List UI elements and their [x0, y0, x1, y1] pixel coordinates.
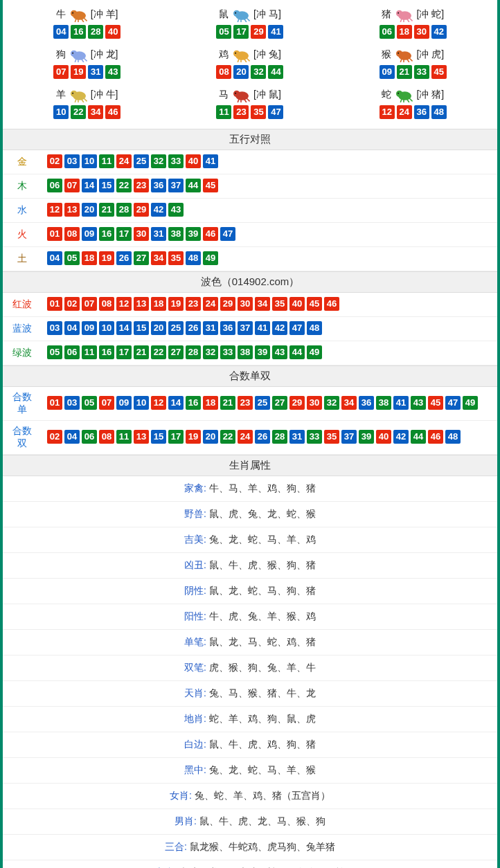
number-ball: 10 — [134, 396, 149, 410]
attr-row: 地肖:蛇、羊、鸡、狗、鼠、虎 — [3, 707, 497, 732]
svg-point-4 — [233, 10, 240, 17]
number-ball: 28 — [116, 203, 132, 217]
attr-value: 蛇、羊、鸡、狗、鼠、虎 — [209, 713, 316, 724]
attr-row: 六合:鼠牛、龙鸡、虎猪、蛇猴、兔狗、马羊 — [3, 860, 497, 868]
number-ball: 37 — [238, 321, 253, 335]
number-ball: 36 — [414, 105, 429, 119]
number-ball: 42 — [393, 430, 409, 444]
number-ball: 34 — [88, 105, 103, 119]
number-ball: 29 — [220, 297, 235, 311]
number-ball: 22 — [220, 430, 235, 444]
attr-row: 双笔:虎、猴、狗、兔、羊、牛 — [3, 655, 497, 681]
row-label: 火 — [3, 223, 42, 247]
zodiac-name: 猪 — [382, 8, 391, 21]
number-ball: 45 — [203, 179, 218, 192]
number-ball: 01 — [47, 396, 62, 410]
svg-point-25 — [396, 91, 402, 97]
number-ball: 05 — [216, 25, 231, 39]
number-ball: 07 — [82, 297, 97, 311]
row-balls: 0204060811131517192022242628313335373940… — [42, 421, 497, 455]
number-ball: 03 — [47, 321, 62, 335]
number-ball: 19 — [168, 297, 184, 311]
number-ball: 47 — [268, 105, 283, 119]
number-ball: 10 — [82, 154, 97, 168]
number-ball: 32 — [251, 65, 266, 79]
number-ball: 31 — [289, 430, 305, 444]
row-balls: 0102070812131819232429303435404546 — [42, 293, 497, 317]
number-ball: 44 — [186, 179, 201, 192]
number-ball: 46 — [203, 227, 218, 241]
number-ball: 04 — [64, 430, 80, 444]
number-ball: 27 — [168, 345, 184, 359]
zodiac-name: 狗 — [56, 48, 66, 61]
attr-row: 吉美:兔、龙、蛇、马、羊、鸡 — [3, 527, 497, 553]
row-balls: 05061116172122272832333839434449 — [42, 341, 497, 365]
number-ball: 30 — [414, 25, 429, 39]
number-ball: 14 — [168, 396, 184, 410]
number-ball: 37 — [341, 430, 357, 444]
attr-value: 鼠、虎、兔、龙、蛇、猴 — [209, 508, 316, 519]
number-ball: 43 — [411, 396, 426, 410]
attr-label: 凶丑: — [184, 559, 206, 570]
number-ball: 04 — [47, 251, 62, 265]
number-ball: 28 — [88, 25, 103, 39]
number-ball: 08 — [64, 227, 80, 241]
number-ball: 29 — [289, 396, 305, 410]
zodiac-cell: 鼠 [冲 马] 05172941 — [168, 4, 331, 44]
number-ball: 20 — [203, 430, 218, 444]
attr-row: 天肖:兔、马、猴、猪、牛、龙 — [3, 681, 497, 707]
zodiac-name: 牛 — [56, 8, 66, 21]
table-row: 土 04051819262734354849 — [3, 247, 497, 271]
attr-row: 单笔:鼠、龙、马、蛇、鸡、猪 — [3, 630, 497, 655]
number-ball: 27 — [134, 251, 149, 265]
number-ball: 10 — [99, 321, 114, 335]
number-ball: 27 — [272, 396, 287, 410]
attr-value: 鼠、牛、虎、龙、马、猴、狗 — [199, 815, 325, 826]
attr-label: 黑中: — [184, 764, 206, 775]
number-ball: 21 — [99, 203, 114, 217]
number-ball: 22 — [71, 105, 86, 119]
number-ball: 16 — [99, 345, 114, 359]
number-ball: 44 — [411, 430, 426, 444]
attr-value: 鼠、龙、马、蛇、鸡、猪 — [209, 636, 316, 647]
section-header-heshu: 合数单双 — [3, 365, 497, 387]
number-ball: 33 — [307, 430, 322, 444]
number-ball: 11 — [216, 105, 231, 119]
number-ball: 41 — [268, 25, 283, 39]
number-ball: 31 — [203, 321, 218, 335]
number-ball: 36 — [151, 179, 166, 192]
number-ball: 44 — [289, 345, 305, 359]
number-ball: 06 — [380, 25, 395, 39]
attr-label: 家禽: — [184, 482, 206, 494]
number-ball: 19 — [71, 65, 86, 79]
number-ball: 22 — [151, 345, 166, 359]
zodiac-balls: 09213345 — [332, 65, 494, 79]
svg-point-16 — [396, 51, 402, 57]
number-ball: 09 — [82, 321, 97, 335]
attr-label: 吉美: — [184, 534, 206, 545]
zodiac-name: 猴 — [382, 48, 391, 61]
svg-point-22 — [233, 91, 240, 97]
svg-point-8 — [398, 12, 400, 14]
svg-point-26 — [398, 93, 400, 94]
row-balls: 04051819262734354849 — [42, 247, 497, 271]
table-row: 合数单 010305070910121416182123252729303234… — [3, 387, 497, 421]
svg-point-10 — [71, 51, 77, 57]
number-ball: 16 — [186, 396, 201, 410]
number-ball: 40 — [186, 154, 201, 168]
number-ball: 48 — [307, 321, 322, 335]
number-ball: 09 — [82, 227, 97, 241]
number-ball: 11 — [99, 154, 114, 168]
number-ball: 18 — [151, 297, 166, 311]
number-ball: 31 — [88, 65, 103, 79]
number-ball: 02 — [47, 430, 62, 444]
row-label: 木 — [3, 174, 42, 199]
zodiac-conflict: [冲 蛇] — [416, 8, 444, 21]
rooster-icon — [230, 47, 252, 62]
number-ball: 20 — [82, 203, 97, 217]
attr-value: 兔、龙、蛇、马、羊、猴 — [209, 764, 316, 775]
number-ball: 07 — [64, 179, 80, 192]
snake-icon — [393, 87, 415, 102]
attr-label: 三合: — [165, 841, 187, 852]
number-ball: 15 — [151, 430, 166, 444]
